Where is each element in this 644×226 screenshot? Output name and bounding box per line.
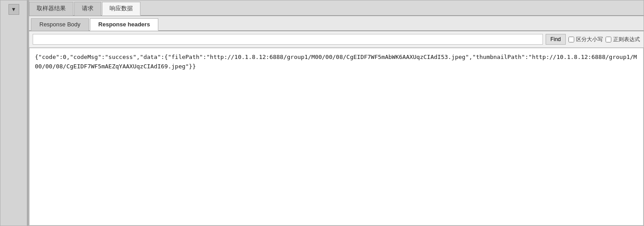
case-sensitive-option[interactable]: 区分大小写 xyxy=(568,36,603,43)
top-tabs: 取样器结果 请求 响应数据 xyxy=(29,0,644,16)
regex-option[interactable]: 正则表达式 xyxy=(606,36,640,43)
response-body-text: {"code":0,"codeMsg":"success","data":{"f… xyxy=(35,53,638,71)
subtab-response-headers[interactable]: Response headers xyxy=(90,18,159,31)
main-container: ▼ 取样器结果 请求 响应数据 Response Body Response h… xyxy=(0,0,644,226)
tab-request[interactable]: 请求 xyxy=(74,2,101,16)
find-button[interactable]: Find xyxy=(546,34,566,45)
tab-sampler-result[interactable]: 取样器结果 xyxy=(29,2,73,16)
search-bar: Find 区分大小写 正则表达式 xyxy=(29,31,644,48)
tab-response-data[interactable]: 响应数据 xyxy=(102,2,140,16)
collapse-arrow-button[interactable]: ▼ xyxy=(8,4,19,15)
case-sensitive-checkbox[interactable] xyxy=(568,37,574,42)
sub-tabs: Response Body Response headers xyxy=(29,16,644,31)
search-input[interactable] xyxy=(33,34,543,45)
regex-label: 正则表达式 xyxy=(613,36,640,43)
right-panel: 取样器结果 请求 响应数据 Response Body Response hea… xyxy=(29,0,644,226)
left-panel: ▼ xyxy=(0,0,27,226)
subtab-response-body[interactable]: Response Body xyxy=(31,18,89,31)
response-content-area: {"code":0,"codeMsg":"success","data":{"f… xyxy=(29,48,644,226)
case-sensitive-label: 区分大小写 xyxy=(576,36,603,43)
regex-checkbox[interactable] xyxy=(606,37,611,42)
